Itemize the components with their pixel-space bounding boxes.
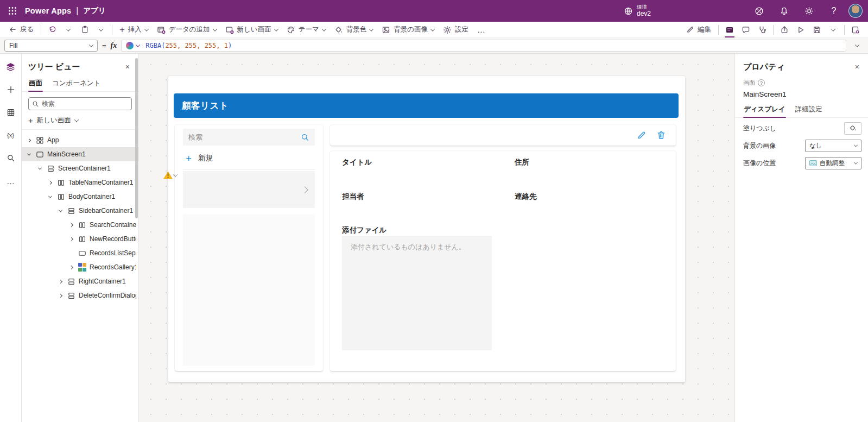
background-color-button[interactable]: 背景色: [330, 23, 378, 36]
paste-button[interactable]: [77, 23, 93, 37]
tree-item-sidebarcontainer1[interactable]: SidebarContainer1: [22, 204, 138, 218]
user-avatar[interactable]: [848, 4, 863, 18]
tree-item-mainscreen1[interactable]: MainScreen1: [22, 147, 138, 161]
app-title-header[interactable]: 顧客リスト: [174, 93, 679, 118]
add-data-button[interactable]: データの追加: [153, 23, 221, 36]
preview-play-button[interactable]: [793, 23, 809, 37]
search-icon: [32, 100, 39, 108]
canvas-area[interactable]: 顧客リスト + 新規: [139, 54, 734, 422]
app-brand[interactable]: Power Apps: [25, 7, 71, 15]
environment-picker[interactable]: 環境 dev2: [616, 0, 658, 22]
formula-expression[interactable]: RGBA(255, 255, 255, 1): [145, 42, 232, 49]
save-button[interactable]: [809, 23, 825, 37]
tree-scrollbar[interactable]: [135, 58, 138, 218]
new-screen-button[interactable]: 新しい画面: [221, 23, 282, 36]
undo-dropdown-chevron[interactable]: [60, 23, 77, 37]
tree-view-close-icon[interactable]: ×: [122, 61, 133, 72]
background-image-dropdown[interactable]: なし: [805, 140, 861, 152]
insert-button[interactable]: + 挿入: [115, 23, 152, 36]
records-sidebar[interactable]: + 新規: [175, 125, 323, 371]
chevron-right-icon[interactable]: [27, 138, 30, 142]
tree-item-rightcontainer1[interactable]: RightContainer1: [22, 274, 138, 288]
insert-rail-icon[interactable]: [1, 82, 21, 97]
edit-button[interactable]: 編集: [682, 23, 715, 36]
records-search-input[interactable]: [188, 133, 301, 141]
tree-item-recordslistseparator1[interactable]: RecordsListSeparator1: [22, 246, 138, 260]
attachments-box[interactable]: 添付されているものはありません。: [342, 236, 492, 350]
app-screen[interactable]: 顧客リスト + 新規: [168, 76, 685, 382]
notifications-bell-icon[interactable]: [774, 0, 794, 22]
copilot-chevron-icon[interactable]: [136, 42, 140, 47]
copilot-formula-icon[interactable]: [126, 42, 134, 49]
tab-advanced[interactable]: 詳細設定: [795, 103, 823, 117]
data-rail-icon[interactable]: [1, 105, 21, 120]
chevron-right-icon[interactable]: [58, 279, 62, 283]
tree-item-recordsgallery1[interactable]: RecordsGallery1: [22, 260, 138, 274]
tab-screens[interactable]: 画面: [28, 77, 43, 91]
tab-components[interactable]: コンポーネント: [52, 77, 101, 91]
chevron-down-icon[interactable]: [27, 152, 30, 155]
chevron-down-icon[interactable]: [173, 172, 178, 177]
help-icon[interactable]: ?: [823, 0, 844, 22]
new-record-button[interactable]: + 新規: [183, 150, 315, 166]
back-button[interactable]: 戻る: [4, 23, 38, 36]
tree-item-newrecordbuttonbarcontainer[interactable]: NewRecordButtonBarC: [22, 232, 138, 246]
search-icon[interactable]: [301, 133, 309, 142]
warning-adorner[interactable]: [163, 171, 177, 179]
tab-display[interactable]: ディスプレイ: [743, 103, 786, 117]
chevron-right-icon[interactable]: [69, 223, 73, 226]
app-section[interactable]: アプリ: [83, 6, 105, 16]
waffle-menu-icon[interactable]: [0, 0, 25, 22]
vertical-container-icon: [67, 278, 76, 286]
tree-item-bodycontainer1[interactable]: BodyContainer1: [22, 190, 138, 204]
chevron-right-icon[interactable]: [58, 293, 62, 297]
comments-button[interactable]: [738, 23, 754, 37]
tree-view-toggle[interactable]: [721, 23, 738, 37]
more-commands-button[interactable]: …: [473, 23, 490, 36]
publish-button[interactable]: [847, 23, 864, 37]
chevron-down-icon[interactable]: [48, 194, 52, 198]
formula-input[interactable]: RGBA(255, 255, 255, 1): [121, 40, 846, 52]
tree-item-app[interactable]: App: [22, 133, 138, 147]
chevron-down-icon[interactable]: [58, 208, 62, 212]
chevron-right-icon[interactable]: [69, 265, 73, 269]
tree-item-screencontainer1[interactable]: ScreenContainer1: [22, 161, 138, 175]
copilot-icon[interactable]: [749, 0, 769, 22]
new-screen-tree-button[interactable]: + 新しい画面: [22, 114, 138, 130]
settings-button[interactable]: 設定: [439, 23, 473, 36]
tree-view-rail-icon[interactable]: [1, 59, 21, 74]
tree-item-deleteconfirmdialogcontainer[interactable]: DeleteConfirmDialogConta: [22, 288, 138, 303]
tree-search-box[interactable]: [28, 97, 132, 110]
variables-rail-icon[interactable]: {x}: [1, 128, 21, 143]
control-type-help-icon[interactable]: ?: [758, 79, 765, 86]
record-list-item[interactable]: [183, 171, 315, 208]
chevron-down-icon[interactable]: [37, 166, 41, 169]
settings-gear-icon[interactable]: [799, 0, 819, 22]
search-rail-icon[interactable]: [1, 150, 21, 166]
fx-label: fx: [111, 41, 117, 50]
tree-item-searchcontainer1[interactable]: SearchContainer1: [22, 218, 138, 232]
chevron-right-icon[interactable]: [48, 180, 52, 184]
undo-button[interactable]: [44, 23, 60, 37]
app-checker-button[interactable]: [754, 23, 770, 37]
more-rail-icon[interactable]: …: [1, 173, 21, 188]
records-search-box[interactable]: [183, 129, 315, 146]
properties-close-icon[interactable]: ×: [852, 61, 863, 72]
property-selector[interactable]: Fill: [4, 40, 98, 52]
delete-record-trash-icon[interactable]: [656, 130, 666, 140]
save-dropdown-chevron[interactable]: [825, 23, 841, 37]
image-position-dropdown[interactable]: 自動調整: [805, 157, 861, 169]
tree-item-tablenamecontainer1[interactable]: TableNameContainer1: [22, 175, 138, 190]
paste-dropdown-chevron[interactable]: [93, 23, 109, 37]
share-button[interactable]: [776, 23, 793, 37]
theme-button[interactable]: テーマ: [282, 23, 330, 36]
formula-bar-expand-chevron[interactable]: [851, 44, 864, 47]
fill-color-picker-button[interactable]: [844, 122, 861, 135]
chevron-down-icon: [854, 160, 858, 164]
left-navigation-rail: {x} …: [0, 54, 22, 422]
chevron-right-icon[interactable]: [69, 237, 73, 241]
attachments-empty-text: 添付されているものはありません。: [351, 242, 466, 252]
background-image-button[interactable]: 背景の画像: [377, 23, 439, 36]
edit-record-pencil-icon[interactable]: [637, 130, 647, 140]
tree-search-input[interactable]: [42, 100, 128, 108]
